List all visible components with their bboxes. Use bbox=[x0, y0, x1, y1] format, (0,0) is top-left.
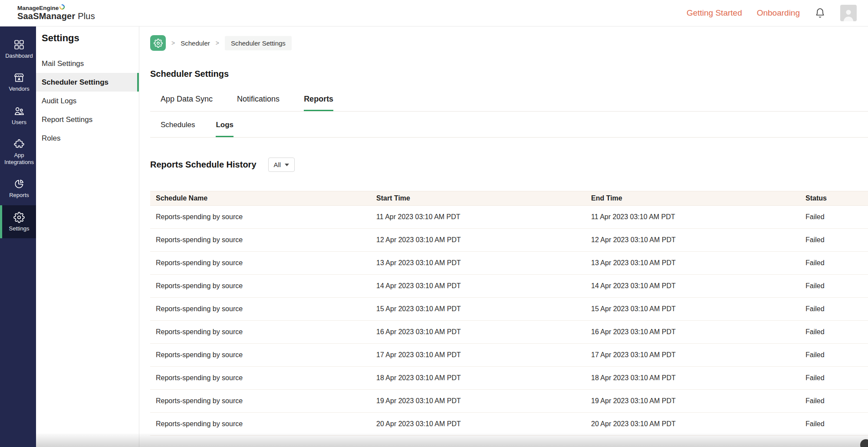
menu-item-report-settings[interactable]: Report Settings bbox=[36, 110, 139, 129]
cell-end-time: 20 Apr 2023 03:10 AM PDT bbox=[591, 413, 806, 436]
settings-panel: Settings Mail Settings Scheduler Setting… bbox=[36, 26, 139, 447]
tab-bar: App Data Sync Notifications Reports bbox=[150, 95, 868, 112]
users-icon bbox=[13, 105, 25, 117]
cell-status: Failed bbox=[806, 344, 868, 367]
topbar-actions: Getting Started Onboarding bbox=[687, 5, 868, 21]
breadcrumb-scheduler[interactable]: Scheduler bbox=[181, 39, 210, 47]
menu-item-audit-logs[interactable]: Audit Logs bbox=[36, 92, 139, 110]
chevron-down-icon bbox=[285, 164, 289, 166]
sidebar-item-dashboard[interactable]: Dashboard bbox=[0, 33, 36, 66]
menu-label-audit-logs: Audit Logs bbox=[42, 97, 76, 105]
cell-schedule-name: Reports-spending by source bbox=[150, 298, 376, 321]
subtab-label-schedules: Schedules bbox=[161, 121, 195, 129]
sidebar-item-settings[interactable]: Settings bbox=[0, 205, 36, 238]
settings-panel-title: Settings bbox=[42, 33, 139, 44]
menu-label-report-settings: Report Settings bbox=[42, 115, 92, 124]
sidebar-label-vendors: Vendors bbox=[2, 85, 36, 92]
tab-label-notifications: Notifications bbox=[237, 95, 279, 103]
notifications-bell-icon[interactable] bbox=[815, 8, 825, 19]
cell-status: Failed bbox=[806, 229, 868, 252]
section-title: Reports Schedule History bbox=[150, 160, 256, 170]
sidebar-label-dashboard: Dashboard bbox=[2, 53, 36, 59]
tab-reports[interactable]: Reports bbox=[304, 95, 333, 111]
table-row: Reports-spending by source 11 Apr 2023 0… bbox=[150, 206, 868, 229]
section-header: Reports Schedule History All bbox=[150, 158, 868, 172]
sidebar-label-reports: Reports bbox=[2, 192, 36, 199]
cell-schedule-name: Reports-spending by source bbox=[150, 344, 376, 367]
user-avatar[interactable] bbox=[840, 5, 857, 21]
cell-schedule-name: Reports-spending by source bbox=[150, 321, 376, 344]
column-header-start-time: Start Time bbox=[376, 191, 591, 206]
cell-end-time: 13 Apr 2023 03:10 AM PDT bbox=[591, 252, 806, 275]
brand-product-bold: SaaSManager bbox=[17, 11, 75, 21]
table-row: Reports-spending by source 18 Apr 2023 0… bbox=[150, 367, 868, 390]
cell-end-time: 19 Apr 2023 03:10 AM PDT bbox=[591, 390, 806, 413]
sidebar-label-app-integrations: App Integrations bbox=[2, 152, 36, 166]
cell-start-time: 11 Apr 2023 03:10 AM PDT bbox=[376, 206, 591, 229]
cell-end-time: 18 Apr 2023 03:10 AM PDT bbox=[591, 367, 806, 390]
cell-start-time: 17 Apr 2023 03:10 AM PDT bbox=[376, 344, 591, 367]
menu-label-roles: Roles bbox=[42, 134, 60, 143]
cell-status: Failed bbox=[806, 390, 868, 413]
status-filter-dropdown[interactable]: All bbox=[268, 158, 295, 172]
cell-status: Failed bbox=[806, 321, 868, 344]
history-table: Schedule Name Start Time End Time Status… bbox=[150, 191, 868, 436]
avatar-person-icon bbox=[842, 7, 855, 21]
history-table-header: Schedule Name Start Time End Time Status bbox=[150, 191, 868, 206]
gear-icon bbox=[13, 212, 25, 223]
status-filter-value: All bbox=[274, 161, 281, 168]
sidebar-item-reports[interactable]: Reports bbox=[0, 172, 36, 205]
subtab-label-logs: Logs bbox=[216, 121, 233, 129]
breadcrumb-scheduler-settings[interactable]: Scheduler Settings bbox=[225, 36, 292, 50]
menu-label-scheduler-settings: Scheduler Settings bbox=[42, 78, 108, 87]
onboarding-link[interactable]: Onboarding bbox=[757, 8, 800, 18]
menu-item-roles[interactable]: Roles bbox=[36, 129, 139, 148]
cell-start-time: 19 Apr 2023 03:10 AM PDT bbox=[376, 390, 591, 413]
pie-chart-icon bbox=[13, 178, 25, 190]
settings-menu: Mail Settings Scheduler Settings Audit L… bbox=[36, 54, 139, 148]
table-row: Reports-spending by source 19 Apr 2023 0… bbox=[150, 390, 868, 413]
subtab-schedules[interactable]: Schedules bbox=[161, 121, 195, 137]
cell-status: Failed bbox=[806, 206, 868, 229]
breadcrumb-settings-badge[interactable] bbox=[150, 35, 166, 51]
dashboard-icon bbox=[13, 39, 25, 50]
breadcrumb-separator-2: > bbox=[216, 39, 219, 46]
cell-schedule-name: Reports-spending by source bbox=[150, 275, 376, 298]
cell-start-time: 20 Apr 2023 03:10 AM PDT bbox=[376, 413, 591, 436]
cell-end-time: 11 Apr 2023 03:10 AM PDT bbox=[591, 206, 806, 229]
tab-app-data-sync[interactable]: App Data Sync bbox=[161, 95, 213, 111]
menu-item-mail-settings[interactable]: Mail Settings bbox=[36, 54, 139, 73]
table-row: Reports-spending by source 14 Apr 2023 0… bbox=[150, 275, 868, 298]
cell-start-time: 13 Apr 2023 03:10 AM PDT bbox=[376, 252, 591, 275]
column-header-status: Status bbox=[806, 191, 868, 206]
main-content: > Scheduler > Scheduler Settings Schedul… bbox=[139, 26, 868, 447]
breadcrumb: > Scheduler > Scheduler Settings bbox=[150, 35, 868, 51]
cell-start-time: 14 Apr 2023 03:10 AM PDT bbox=[376, 275, 591, 298]
cell-status: Failed bbox=[806, 275, 868, 298]
subtab-logs[interactable]: Logs bbox=[216, 121, 233, 137]
table-row: Reports-spending by source 12 Apr 2023 0… bbox=[150, 229, 868, 252]
cell-schedule-name: Reports-spending by source bbox=[150, 229, 376, 252]
sidebar-item-users[interactable]: Users bbox=[0, 99, 36, 132]
table-row: Reports-spending by source 13 Apr 2023 0… bbox=[150, 252, 868, 275]
cell-status: Failed bbox=[806, 367, 868, 390]
cell-status: Failed bbox=[806, 298, 868, 321]
cell-start-time: 12 Apr 2023 03:10 AM PDT bbox=[376, 229, 591, 252]
table-row: Reports-spending by source 20 Apr 2023 0… bbox=[150, 413, 868, 436]
cell-schedule-name: Reports-spending by source bbox=[150, 206, 376, 229]
cell-end-time: 17 Apr 2023 03:10 AM PDT bbox=[591, 344, 806, 367]
table-row: Reports-spending by source 16 Apr 2023 0… bbox=[150, 321, 868, 344]
menu-item-scheduler-settings[interactable]: Scheduler Settings bbox=[36, 73, 139, 92]
tab-label-reports: Reports bbox=[304, 95, 333, 103]
cell-schedule-name: Reports-spending by source bbox=[150, 252, 376, 275]
sidebar-item-vendors[interactable]: Vendors bbox=[0, 66, 36, 99]
puzzle-icon bbox=[13, 138, 25, 150]
sidebar-item-app-integrations[interactable]: App Integrations bbox=[0, 132, 36, 172]
table-row: Reports-spending by source 17 Apr 2023 0… bbox=[150, 344, 868, 367]
cell-start-time: 16 Apr 2023 03:10 AM PDT bbox=[376, 321, 591, 344]
tab-notifications[interactable]: Notifications bbox=[237, 95, 279, 111]
getting-started-link[interactable]: Getting Started bbox=[687, 8, 742, 18]
cell-schedule-name: Reports-spending by source bbox=[150, 413, 376, 436]
brand-swirl-icon bbox=[59, 4, 65, 10]
history-table-body: Reports-spending by source 11 Apr 2023 0… bbox=[150, 206, 868, 436]
